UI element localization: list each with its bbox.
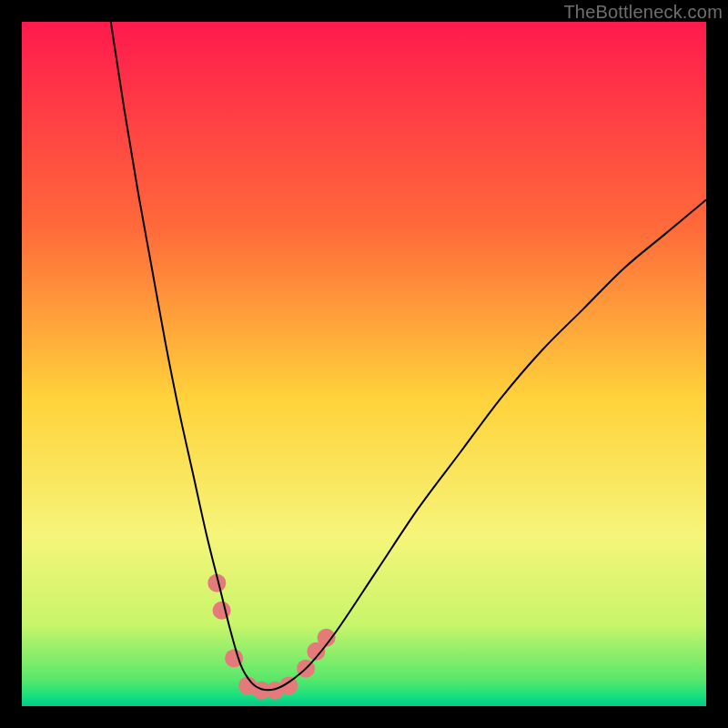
bottleneck-chart: [22, 22, 706, 706]
highlight-marker: [213, 602, 231, 620]
gradient-background: [22, 22, 706, 706]
watermark-label: TheBottleneck.com: [563, 2, 723, 23]
plot-frame: [22, 22, 706, 706]
